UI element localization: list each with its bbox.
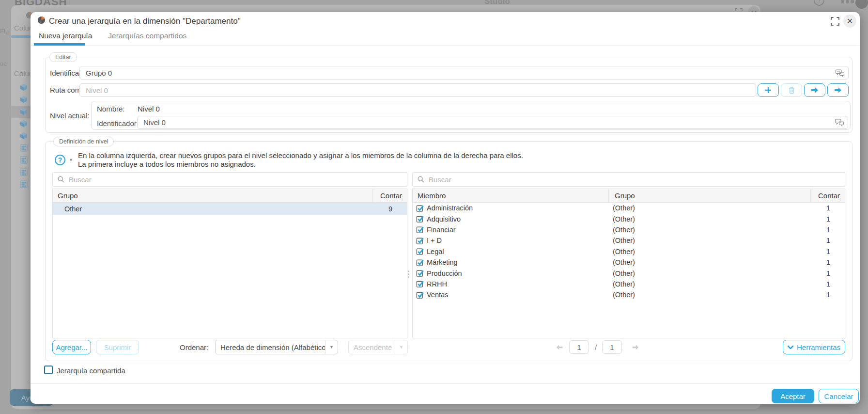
level-identifier-label: Identificador:: [97, 119, 139, 127]
current-level-box: Nombre: Nivel 0 Identificador:: [91, 101, 851, 130]
column-header-grupo[interactable]: Grupo: [53, 189, 373, 202]
sort-direction-value: Ascendente: [349, 343, 395, 351]
members-search: [412, 172, 845, 187]
edit-group-legend: Editar: [49, 52, 77, 62]
checked-checkbox-icon[interactable]: [416, 225, 424, 234]
member-row[interactable]: Legal (Other) 1: [413, 246, 845, 257]
tools-button[interactable]: Herramientas: [783, 340, 845, 354]
chevron-down-icon: [788, 345, 793, 350]
move-last-level-button[interactable]: [827, 83, 849, 97]
checked-checkbox-icon[interactable]: [416, 237, 424, 245]
panel-splitter[interactable]: [408, 271, 409, 278]
prev-page-icon[interactable]: [556, 344, 563, 352]
member-name: Adquisitivo: [427, 215, 461, 223]
member-count: 1: [811, 258, 845, 266]
cube-icon: [20, 96, 28, 105]
member-row[interactable]: Adquisitivo (Other) 1: [413, 213, 845, 224]
sort-select[interactable]: Hereda de dimensión (Alfabético) ▼: [215, 340, 338, 354]
member-count: 1: [811, 215, 845, 223]
tab-divider: [31, 45, 860, 46]
delete-level-button[interactable]: [781, 83, 802, 97]
abacus-icon: [20, 156, 28, 166]
member-row[interactable]: RRHH (Other) 1: [413, 279, 845, 289]
search-icon: [417, 175, 425, 183]
members-table-header: Miembro Grupo Contar: [412, 189, 845, 203]
sort-direction-select[interactable]: Ascendente ▼: [348, 340, 408, 354]
column-header-contar[interactable]: Contar: [373, 189, 407, 202]
member-name: RRHH: [427, 280, 447, 288]
members-table-body: Administración (Other) 1 Adquisitivo (Ot…: [412, 203, 845, 338]
member-row[interactable]: Producción (Other) 1: [413, 268, 845, 278]
checked-checkbox-icon[interactable]: [416, 269, 424, 277]
localization-icon[interactable]: [835, 117, 844, 129]
member-count: 1: [811, 204, 845, 212]
add-level-button[interactable]: [758, 83, 779, 97]
checked-checkbox-icon[interactable]: [416, 204, 424, 212]
tools-button-label: Herramientas: [797, 343, 840, 351]
checked-checkbox-icon[interactable]: [416, 280, 424, 288]
page-input[interactable]: [569, 340, 589, 354]
member-group: (Other): [609, 291, 811, 299]
members-search-input[interactable]: [429, 175, 845, 184]
caret-down-icon: ▼: [395, 340, 407, 354]
remove-group-button[interactable]: Suprimir: [96, 340, 139, 354]
checked-checkbox-icon[interactable]: [416, 215, 424, 223]
member-group: (Other): [609, 215, 811, 223]
checked-checkbox-icon[interactable]: [416, 247, 424, 255]
member-row[interactable]: Administración (Other) 1: [413, 203, 845, 213]
full-path-input[interactable]: [79, 83, 756, 97]
checked-checkbox-icon[interactable]: [416, 291, 424, 299]
member-row[interactable]: I + D (Other) 1: [413, 235, 845, 246]
search-icon: [57, 175, 65, 183]
member-row[interactable]: Márketing (Other) 1: [413, 257, 845, 268]
cube-icon: [20, 132, 28, 142]
member-count: 1: [811, 248, 845, 255]
identifier-input[interactable]: [79, 66, 849, 80]
column-header-miembro[interactable]: Miembro: [413, 189, 609, 202]
cancel-button[interactable]: Cancelar: [819, 389, 859, 403]
groups-search-input[interactable]: [69, 175, 407, 184]
abacus-icon: [20, 180, 28, 190]
help-icon[interactable]: ?: [55, 155, 65, 165]
add-group-button[interactable]: Agregar...: [52, 340, 91, 354]
group-row-other[interactable]: Other 9: [53, 203, 407, 215]
caret-down-icon: ▼: [325, 340, 338, 354]
page-separator: /: [595, 343, 597, 351]
level-definition-group: Definición de nivel ? ▼ En la columna iz…: [45, 141, 852, 361]
column-header-grupo[interactable]: Grupo: [609, 189, 811, 202]
checked-checkbox-icon[interactable]: [416, 258, 424, 267]
member-name: Márketing: [427, 258, 458, 266]
accept-button[interactable]: Aceptar: [772, 389, 814, 403]
total-pages-input[interactable]: [602, 340, 622, 354]
groups-table-header: Grupo Contar: [52, 189, 407, 203]
member-group: (Other): [609, 226, 811, 234]
shared-hierarchy-checkbox[interactable]: [44, 366, 53, 374]
cube-icon: [20, 83, 28, 93]
apps-grid-icon: [841, 0, 854, 3]
level-name-value: Nivel 0: [138, 105, 160, 113]
member-row[interactable]: Ventas (Other) 1: [413, 289, 845, 300]
group-count: 9: [372, 205, 407, 213]
member-group: (Other): [609, 237, 811, 244]
member-count: 1: [811, 270, 845, 277]
close-button[interactable]: ✕: [843, 15, 856, 28]
cube-icon: [20, 108, 28, 117]
next-page-icon[interactable]: [632, 344, 639, 352]
tab-nueva-jerarquia[interactable]: Nueva jerarquía: [39, 32, 92, 40]
level-identifier-input[interactable]: [137, 116, 848, 129]
member-count: 1: [811, 291, 845, 299]
member-name: Ventas: [427, 291, 448, 299]
active-tab-underline: [34, 43, 85, 46]
localization-icon[interactable]: [835, 68, 845, 80]
move-next-level-button[interactable]: [804, 83, 825, 97]
member-group: (Other): [609, 248, 811, 255]
member-row[interactable]: Financiar (Other) 1: [413, 224, 845, 235]
member-count: 1: [811, 237, 845, 244]
tab-jerarquias-compartidos[interactable]: Jerarquías compartidos: [108, 32, 186, 40]
maximize-button[interactable]: [831, 17, 839, 26]
group-name: Other: [53, 205, 372, 213]
groups-table-body: Other 9: [52, 203, 407, 338]
column-header-contar[interactable]: Contar: [811, 189, 845, 202]
member-group: (Other): [609, 270, 811, 277]
caret-down-icon[interactable]: ▼: [69, 158, 73, 162]
